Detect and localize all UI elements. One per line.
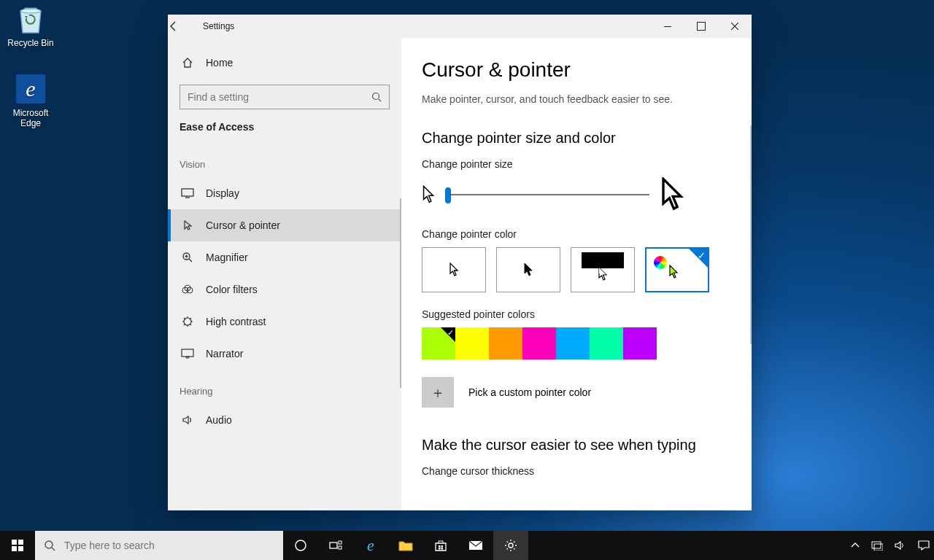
color-swatch[interactable]	[522, 327, 556, 359]
taskbar-edge[interactable]: e	[353, 531, 388, 560]
search-icon	[44, 540, 55, 551]
audio-icon	[180, 415, 196, 425]
sidebar-search[interactable]	[180, 85, 390, 109]
close-button[interactable]	[718, 15, 752, 38]
cursor-icon	[180, 219, 196, 231]
nav-audio[interactable]: Audio	[168, 404, 401, 436]
svg-rect-15	[441, 545, 444, 548]
page-description: Make pointer, cursor, and touch feedback…	[422, 93, 725, 105]
nav-high-contrast[interactable]: High contrast	[168, 306, 401, 338]
taskbar-file-explorer[interactable]	[388, 531, 423, 560]
color-filters-icon	[180, 284, 196, 295]
color-swatch[interactable]	[590, 327, 623, 359]
nav-cursor-pointer[interactable]: Cursor & pointer	[168, 209, 401, 241]
tray-chevron-icon[interactable]	[851, 542, 860, 549]
page-title: Cursor & pointer	[422, 58, 725, 82]
tile-custom-color[interactable]: ✓	[645, 247, 709, 292]
svg-rect-13	[339, 546, 341, 549]
nav-home[interactable]: Home	[168, 47, 401, 79]
nav-narrator[interactable]: Narrator	[168, 338, 401, 370]
pointer-size-label: Change pointer size	[422, 158, 725, 170]
cortana-button[interactable]	[283, 531, 318, 560]
display-icon	[180, 188, 196, 198]
magnifier-icon	[180, 252, 196, 263]
svg-point-9	[45, 541, 53, 548]
maximize-button[interactable]	[684, 15, 718, 38]
color-swatch[interactable]	[455, 327, 489, 359]
pick-custom-color-label: Pick a custom pointer color	[468, 386, 591, 398]
task-view-button[interactable]	[318, 531, 353, 560]
pick-custom-color-button[interactable]: ＋	[422, 377, 454, 408]
desktop-icon-label: Microsoft Edge	[3, 108, 58, 128]
system-tray	[851, 531, 934, 560]
svg-rect-8	[182, 349, 193, 357]
section-heading: Make the cursor easier to see when typin…	[422, 437, 725, 454]
tile-inverted[interactable]	[571, 247, 635, 292]
cursor-large-icon	[660, 177, 684, 212]
desktop-icon-recycle-bin[interactable]: Recycle Bin	[3, 3, 58, 48]
color-swatch[interactable]: ✓	[422, 327, 455, 359]
taskbar-search-input[interactable]	[64, 540, 274, 551]
tile-white[interactable]	[422, 247, 486, 292]
svg-point-19	[509, 543, 513, 548]
home-icon	[180, 57, 196, 69]
taskbar-store[interactable]	[423, 531, 458, 560]
cursor-small-icon	[422, 185, 435, 204]
recycle-bin-icon	[15, 3, 47, 35]
narrator-icon	[180, 349, 196, 359]
color-wheel-icon	[654, 256, 667, 269]
content-pane: Cursor & pointer Make pointer, cursor, a…	[401, 38, 752, 510]
titlebar: Settings	[168, 15, 752, 38]
high-contrast-icon	[180, 316, 196, 327]
desktop-icon-label: Recycle Bin	[3, 38, 58, 48]
taskbar-search[interactable]	[35, 531, 283, 560]
search-icon	[371, 92, 382, 102]
nav-color-filters[interactable]: Color filters	[168, 273, 401, 306]
nav-magnifier[interactable]: Magnifier	[168, 241, 401, 273]
section-heading: Change pointer size and color	[422, 130, 725, 147]
taskbar-settings[interactable]	[493, 531, 528, 560]
svg-point-0	[20, 9, 41, 13]
edge-icon: e	[15, 73, 47, 105]
group-vision: Vision	[168, 143, 401, 177]
nav-item-label: Display	[206, 187, 239, 199]
settings-window: Settings Home Ease of Access Vision Disp…	[168, 15, 752, 510]
pointer-color-tiles: ✓	[422, 247, 725, 292]
desktop-icon-edge[interactable]: e Microsoft Edge	[3, 73, 58, 128]
search-input[interactable]	[188, 91, 371, 103]
svg-point-1	[373, 93, 379, 100]
nav-display[interactable]: Display	[168, 177, 401, 209]
minimize-button[interactable]	[651, 15, 684, 38]
nav-item-label: Narrator	[206, 348, 243, 359]
color-swatch[interactable]	[556, 327, 590, 359]
taskbar-mail[interactable]	[458, 531, 493, 560]
window-title: Settings	[203, 21, 651, 31]
checkmark-icon: ✓	[698, 250, 706, 261]
tray-volume-icon[interactable]	[895, 540, 906, 551]
section-label: Ease of Access	[168, 118, 401, 143]
start-button[interactable]	[0, 531, 35, 560]
group-hearing: Hearing	[168, 370, 401, 404]
content-scrollbar[interactable]	[750, 125, 752, 344]
nav-home-label: Home	[206, 57, 233, 69]
sidebar: Home Ease of Access Vision Display Curso…	[168, 38, 401, 510]
back-button[interactable]	[168, 20, 203, 32]
tray-action-center-icon[interactable]	[918, 540, 930, 551]
nav-item-label: High contrast	[206, 316, 266, 327]
nav-item-label: Cursor & pointer	[206, 219, 280, 231]
tray-network-icon[interactable]	[871, 540, 883, 551]
pointer-color-label: Change pointer color	[422, 228, 725, 240]
svg-rect-12	[339, 541, 341, 544]
suggested-colors-label: Suggested pointer colors	[422, 308, 725, 320]
tile-black[interactable]	[496, 247, 560, 292]
svg-rect-11	[330, 542, 337, 548]
windows-icon	[12, 540, 23, 551]
cursor-thickness-label: Change cursor thickness	[422, 465, 725, 477]
taskbar: e	[0, 531, 934, 560]
svg-rect-17	[441, 548, 444, 550]
svg-rect-20	[872, 542, 881, 548]
color-swatch[interactable]	[623, 327, 657, 359]
color-swatch[interactable]	[489, 327, 522, 359]
pointer-size-slider[interactable]	[445, 186, 649, 203]
nav-item-label: Color filters	[206, 284, 258, 295]
